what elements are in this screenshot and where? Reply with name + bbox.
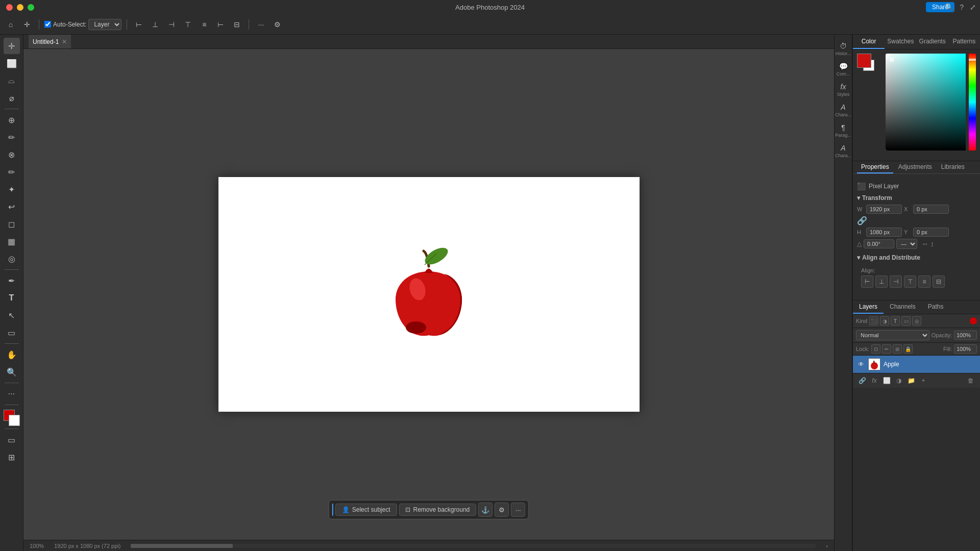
flip-h-icon[interactable]: ↔: [921, 240, 928, 248]
filter-active-indicator[interactable]: [970, 317, 977, 324]
styles-panel-icon[interactable]: fx Styles: [835, 80, 852, 100]
minimize-button[interactable]: [17, 4, 23, 11]
type-tool[interactable]: T: [4, 290, 20, 306]
new-layer-icon[interactable]: +: [918, 375, 928, 386]
shape-tool[interactable]: ▭: [4, 324, 20, 341]
layer-item[interactable]: 👁 Apple: [853, 356, 980, 373]
tab-swatches[interactable]: Swatches: [885, 35, 916, 49]
align-left-icon[interactable]: ⊢: [132, 18, 145, 31]
dodge-tool[interactable]: ◎: [4, 251, 20, 267]
link-layers-icon[interactable]: 🔗: [857, 375, 867, 386]
eyedropper-tool[interactable]: ✏: [4, 129, 20, 145]
tab-channels[interactable]: Channels: [884, 300, 922, 314]
quick-select-tool[interactable]: ⌀: [4, 90, 20, 106]
align-distribute-header[interactable]: ▾ Align and Distribute: [857, 254, 976, 261]
opacity-input[interactable]: [954, 331, 977, 340]
filter-type-icon[interactable]: T: [891, 316, 900, 325]
group-icon[interactable]: 📁: [906, 375, 916, 386]
fx-icon[interactable]: fx: [869, 375, 879, 386]
brush-tool[interactable]: ✏: [4, 164, 20, 180]
align-center-button[interactable]: ⊥: [875, 276, 888, 288]
filter-adjust-icon[interactable]: ◑: [880, 316, 889, 325]
tab-gradients[interactable]: Gradients: [917, 35, 948, 49]
anchor-icon[interactable]: ⚓: [478, 503, 493, 517]
paragraph-panel-icon[interactable]: ¶ Parag...: [835, 120, 852, 141]
history-brush-tool[interactable]: ↩: [4, 198, 20, 215]
align-left-button[interactable]: ⊢: [861, 276, 873, 288]
align-bottom-icon[interactable]: ⊢: [214, 18, 227, 31]
align-middle-icon[interactable]: ≡: [198, 18, 211, 31]
marquee-tool[interactable]: ⬜: [4, 55, 20, 71]
add-mask-icon[interactable]: ⬜: [881, 375, 892, 386]
comments-panel-icon[interactable]: 💬 Com...: [835, 59, 852, 80]
more-options-icon[interactable]: ···: [254, 18, 267, 31]
color-swatches-stack[interactable]: [857, 54, 883, 79]
fullscreen-icon[interactable]: ⤢: [970, 3, 976, 11]
move-tool-icon[interactable]: ✛: [20, 18, 34, 31]
artboard-btn[interactable]: ⊞: [4, 449, 20, 465]
filter-shape-icon[interactable]: ▭: [901, 316, 911, 325]
link-proportions-icon[interactable]: 🔗: [857, 216, 867, 226]
eraser-tool[interactable]: ◻: [4, 216, 20, 232]
align-top-icon[interactable]: ⊤: [181, 18, 194, 31]
settings-icon[interactable]: ⚙: [271, 18, 284, 31]
tab-close-icon[interactable]: ✕: [62, 38, 67, 45]
color-picker-gradient[interactable]: [886, 54, 976, 151]
align-right-icon[interactable]: ⊣: [165, 18, 178, 31]
tab-layers[interactable]: Layers: [853, 300, 884, 314]
screen-mode-btn[interactable]: ▭: [4, 432, 20, 448]
path-select-tool[interactable]: ↖: [4, 307, 20, 323]
heal-tool[interactable]: ⊗: [4, 146, 20, 163]
gradient-tool[interactable]: ▦: [4, 233, 20, 249]
blend-mode-select[interactable]: Normal: [856, 330, 929, 340]
clone-stamp-tool[interactable]: ✦: [4, 181, 20, 197]
height-input[interactable]: [866, 228, 902, 237]
settings-2-icon[interactable]: ⚙: [495, 503, 509, 517]
tab-adjustments[interactable]: Adjustments: [894, 161, 936, 173]
align-middle-button[interactable]: ≡: [918, 276, 930, 288]
tab-patterns[interactable]: Patterns: [948, 35, 980, 49]
search-icon[interactable]: 🔍: [945, 3, 953, 11]
character-panel-icon[interactable]: A Chara...: [835, 100, 852, 120]
align-bottom-button[interactable]: ⊟: [933, 276, 945, 288]
background-color[interactable]: [9, 415, 20, 426]
nav-arrow[interactable]: ›: [826, 543, 828, 549]
lasso-tool[interactable]: ⌓: [4, 72, 20, 89]
tab-color[interactable]: Color: [853, 35, 885, 49]
color-swatch[interactable]: [4, 410, 20, 426]
lock-artboard-icon[interactable]: ⊞: [893, 344, 902, 354]
angle-dropdown[interactable]: —: [896, 239, 917, 249]
align-right-button[interactable]: ⊣: [890, 276, 902, 288]
auto-select-dropdown[interactable]: Layer: [88, 19, 121, 30]
canvas-viewport[interactable]: 👤 Select subject ⊡ Remove background ⚓ ⚙…: [23, 49, 834, 540]
move-tool[interactable]: ✛: [4, 38, 20, 54]
layer-visibility-toggle[interactable]: 👁: [857, 360, 865, 368]
zoom-tool[interactable]: 🔍: [4, 364, 20, 380]
horizontal-scrollbar[interactable]: [131, 544, 816, 548]
x-input[interactable]: [913, 205, 949, 214]
adjustment-icon[interactable]: ◑: [894, 375, 904, 386]
crop-tool[interactable]: ⊕: [4, 112, 20, 128]
fill-input[interactable]: [954, 344, 977, 354]
pen-tool[interactable]: ✒: [4, 272, 20, 289]
y-input[interactable]: [913, 228, 949, 237]
angle-input[interactable]: [864, 239, 894, 248]
remove-background-button[interactable]: ⊡ Remove background: [399, 504, 476, 516]
history-panel-icon[interactable]: ⏱ Histor...: [835, 39, 852, 59]
home-icon[interactable]: ⌂: [4, 18, 17, 31]
more-icon[interactable]: ···: [511, 503, 525, 517]
hand-tool[interactable]: ✋: [4, 346, 20, 363]
width-input[interactable]: [866, 205, 902, 214]
tab-properties[interactable]: Properties: [857, 161, 893, 173]
flip-v-icon[interactable]: ↕: [930, 240, 934, 248]
filter-pixel-icon[interactable]: ⬛: [869, 316, 878, 325]
maximize-button[interactable]: [28, 4, 34, 11]
delete-layer-icon[interactable]: 🗑: [966, 375, 976, 386]
close-button[interactable]: [6, 4, 13, 11]
fg-swatch[interactable]: [857, 54, 871, 68]
character2-panel-icon[interactable]: A Chara...: [835, 141, 852, 161]
canvas-tab-item[interactable]: Untitled-1 ✕: [29, 35, 71, 48]
lock-all-icon[interactable]: 🔒: [903, 344, 913, 354]
extra-tools[interactable]: ···: [4, 386, 20, 402]
filter-smart-icon[interactable]: ◎: [912, 316, 921, 325]
